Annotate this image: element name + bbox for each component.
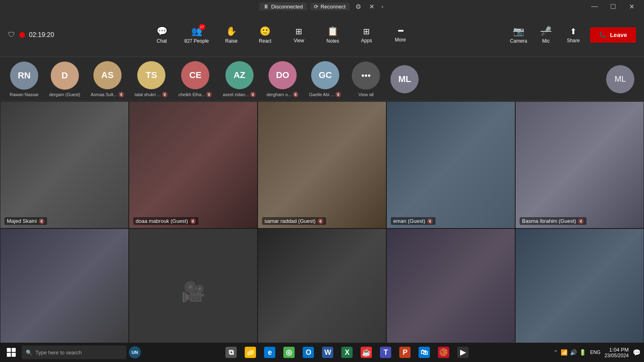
react-button[interactable]: 🙂 React xyxy=(254,26,277,44)
video-label-basma: Basma Ibrahim (Guest) 🔇 xyxy=(520,217,586,225)
participant-video-name: Majed Skaini xyxy=(7,218,37,224)
window-close-button[interactable]: ✕ xyxy=(622,0,641,13)
notes-label: Notes xyxy=(326,38,339,44)
react-label: React xyxy=(259,38,271,44)
participant-name: Gaelle Abi ... xyxy=(309,92,334,97)
taskbar-app-explorer[interactable]: 📁 xyxy=(241,343,260,362)
system-clock: 1:04 PM 23/05/2024 xyxy=(605,347,629,358)
participant-d[interactable]: D dergam (Guest) xyxy=(49,62,80,97)
view-all-button[interactable]: ••• xyxy=(352,62,380,90)
taskbar-app-teams[interactable]: T xyxy=(376,343,395,362)
view-button[interactable]: ⊞ View xyxy=(288,27,310,43)
more-titlebar-button[interactable]: › xyxy=(380,2,385,10)
people-button[interactable]: 👥 27 827 People xyxy=(184,26,209,44)
taskbar-app-nba[interactable]: 🏀 xyxy=(434,343,453,362)
search-bar[interactable]: 🔍 Type here to search xyxy=(22,346,126,359)
taskbar-app-ppt[interactable]: P xyxy=(396,343,414,362)
taskbar-app-excel[interactable]: X xyxy=(338,343,356,362)
minimize-button[interactable]: — xyxy=(585,0,604,13)
network-icon: 📶 xyxy=(561,349,568,356)
taskbar-apps: ⧉📁e◎OWX☕TP🛍🏀▶ xyxy=(222,343,472,362)
mic-muted-icon: 🔇 xyxy=(427,218,433,224)
more-icon: ••• xyxy=(398,27,403,35)
window-controls: — ☐ ✕ xyxy=(585,0,641,13)
avatar-rn: RN xyxy=(10,62,38,90)
app-icon-ppt: P xyxy=(399,347,411,358)
taskbar-app-java[interactable]: ☕ xyxy=(357,343,376,362)
video-cell-eman: eman (Guest) 🔇 xyxy=(386,101,515,228)
taskbar-right: ⌃ 📶 🔊 🔋 ENG 1:04 PM 23/05/2024 💬 xyxy=(553,347,641,358)
participant-name: View all xyxy=(359,92,374,97)
toolbar-right: 📷 Camera 🎤 Mic ⬆ Share 📞 Leave xyxy=(508,26,636,44)
app-icon-nba: 🏀 xyxy=(438,347,449,358)
participant-ce[interactable]: CE cheikh Elha... 🔇 xyxy=(178,61,212,97)
self-avatar: ML xyxy=(606,65,634,93)
participant-name: dergham o... xyxy=(266,92,291,97)
participant-video-name: doaa mabrouk (Guest) xyxy=(136,218,188,224)
people-label: 827 People xyxy=(184,38,209,44)
chevron-up-icon[interactable]: ⌃ xyxy=(553,349,558,356)
taskbar-app-edge[interactable]: e xyxy=(260,343,279,362)
participant-az[interactable]: AZ aseel zidan... 🔇 xyxy=(223,61,256,97)
mic-muted-icon: 🔇 xyxy=(190,218,196,224)
mic-muted-icon: 🔇 xyxy=(162,92,168,97)
participant-ts[interactable]: TS talal shukri ... 🔇 xyxy=(135,61,168,97)
disconnected-status: ⏸ Disconnected xyxy=(259,2,307,10)
search-placeholder: Type here to search xyxy=(35,350,82,356)
mic-label: Mic xyxy=(542,38,550,44)
taskbar-app-chrome[interactable]: ◎ xyxy=(280,343,298,362)
leave-button[interactable]: 📞 Leave xyxy=(590,27,636,43)
participant-ml[interactable]: ML xyxy=(390,65,419,93)
more-label: More xyxy=(395,37,406,43)
participant-gc[interactable]: GC Gaelle Abi ... 🔇 xyxy=(309,61,341,97)
video-label-majed: Majed Skaini 🔇 xyxy=(4,217,47,225)
notes-button[interactable]: 📋 Notes xyxy=(322,26,344,44)
taskbar-app-taskview[interactable]: ⧉ xyxy=(222,343,240,362)
avatar-ts: TS xyxy=(137,61,165,89)
participant-video-name: eman (Guest) xyxy=(393,218,425,224)
video-cell-jawad: jawad chaito lebanon LB (Guest) 🔇 xyxy=(0,228,129,356)
reconnect-button[interactable]: ⟳ Reconnect xyxy=(310,3,349,10)
apps-button[interactable]: ⊞ Apps xyxy=(355,27,378,43)
leave-label: Leave xyxy=(610,31,627,38)
participant-name: Asmaa Sult... xyxy=(91,92,117,97)
mic-button[interactable]: 🎤 Mic xyxy=(535,26,556,44)
avatar-ce: CE xyxy=(181,61,209,89)
video-grid: Majed Skaini 🔇 doaa mabrouk (Guest) 🔇 sa… xyxy=(0,101,644,356)
share-label: Share xyxy=(567,38,580,43)
shield-icon: 🛡 xyxy=(8,31,15,39)
timer-display: 02:19:20 xyxy=(29,31,54,39)
taskbar-app-video[interactable]: ▶ xyxy=(454,343,472,362)
video-cell-mohamed: Mohamed Shuqair- iGA Bahrain (… 🎤 xyxy=(386,228,515,356)
disconnected-label: Disconnected xyxy=(271,4,303,10)
start-button[interactable] xyxy=(3,344,19,360)
phone-icon: 📞 xyxy=(599,31,607,39)
taskbar: 🔍 Type here to search UN ⧉📁e◎OWX☕TP🛍🏀▶ ⌃… xyxy=(0,343,644,362)
app-icon-edge: e xyxy=(264,347,275,358)
video-label-eman: eman (Guest) 🔇 xyxy=(391,217,436,225)
maximize-button[interactable]: ☐ xyxy=(604,0,622,13)
avatar-ml: ML xyxy=(390,65,419,93)
chat-button[interactable]: 💬 Chat xyxy=(151,26,173,44)
notification-button[interactable]: 💬 xyxy=(633,349,641,356)
participant-viewall[interactable]: ••• View all xyxy=(352,62,380,97)
mic-muted-icon: 🔇 xyxy=(118,92,124,97)
app-icon-excel: X xyxy=(341,347,353,358)
close-meeting-button[interactable]: ✕ xyxy=(367,2,377,11)
settings-button[interactable]: ⚙ xyxy=(353,2,363,11)
share-button[interactable]: ⬆ Share xyxy=(563,27,584,43)
camera-button[interactable]: 📷 Camera xyxy=(508,26,529,44)
taskbar-app-outlook[interactable]: O xyxy=(299,343,318,362)
avatar-do: DO xyxy=(268,61,297,89)
more-button[interactable]: ••• More xyxy=(389,27,412,43)
camera-label: Camera xyxy=(510,38,527,44)
taskbar-app-store[interactable]: 🛍 xyxy=(415,343,433,362)
mic-muted-icon: 🔇 xyxy=(318,218,324,224)
participant-do[interactable]: DO dergham o... 🔇 xyxy=(266,61,299,97)
raise-button[interactable]: ✋ Raise xyxy=(220,26,243,44)
video-cell-samar: samar raddad (Guest) 🔇 xyxy=(258,101,386,228)
video-cell-basma: Basma Ibrahim (Guest) 🔇 xyxy=(515,101,644,228)
participant-rn[interactable]: RN Rawan Nassar xyxy=(10,62,39,97)
taskbar-app-word[interactable]: W xyxy=(318,343,337,362)
participant-as[interactable]: AS Asmaa Sult... 🔇 xyxy=(91,61,124,97)
